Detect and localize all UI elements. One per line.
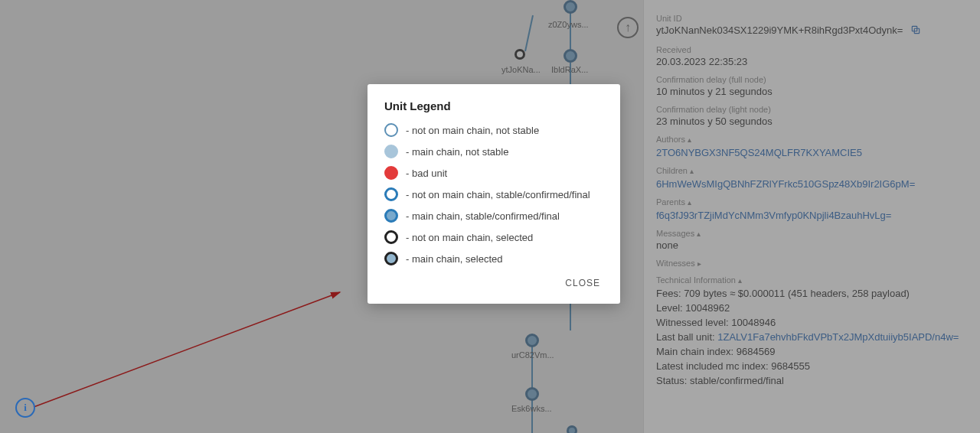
label-unit-id: Unit ID: [656, 14, 968, 23]
modal-title: Unit Legend: [384, 99, 603, 112]
legend-text: - not on main chain, selected: [406, 232, 533, 243]
label-messages[interactable]: Messages: [656, 229, 968, 238]
unit-details-panel: Unit ID ytJoKNanNek034SX1229i9YMK+R8ihRg…: [643, 0, 980, 433]
conf-light-value: 23 minutos y 50 segundos: [656, 116, 968, 127]
legend-row: - main chain, not stable: [384, 145, 603, 158]
legend-row: - bad unit: [384, 166, 603, 180]
node-label: ytJoKNa...: [501, 65, 541, 74]
node-label: IbldRaX...: [551, 65, 588, 74]
unit-legend-modal: Unit Legend - not on main chain, not sta…: [368, 84, 620, 304]
label-tech[interactable]: Technical Information: [656, 275, 968, 285]
author-link[interactable]: 2TO6NYBGX3NF5QS24MQLFR7KXYAMCIE5: [656, 147, 968, 158]
messages-value: none: [656, 239, 968, 251]
conf-full-value: 10 minutos y 21 segundos: [656, 86, 968, 97]
label-children[interactable]: Children: [656, 166, 968, 175]
node-label: z0Z0yws...: [548, 20, 589, 29]
received-value: 20.03.2023 22:35:23: [656, 56, 968, 67]
close-button[interactable]: CLOSE: [562, 273, 603, 293]
label-authors[interactable]: Authors: [656, 135, 968, 144]
legend-row: - not on main chain, not stable: [384, 123, 603, 137]
legend-swatch-icon: [384, 166, 398, 180]
label-received: Received: [656, 45, 968, 54]
legend-swatch-icon: [384, 230, 398, 244]
legend-text: - not on main chain, stable/confirmed/fi…: [406, 189, 590, 200]
svg-line-2: [34, 292, 340, 407]
node-label: urC82Vm...: [511, 350, 554, 360]
scroll-top-button[interactable]: ↑: [617, 17, 639, 38]
arrow-up-icon: ↑: [625, 21, 631, 34]
legend-text: - main chain, not stable: [406, 146, 508, 158]
label-witnesses[interactable]: Witnesses: [656, 259, 968, 268]
node-label: Esk6wks...: [511, 404, 552, 413]
copy-icon[interactable]: [910, 24, 921, 37]
lastball-link[interactable]: 1ZALV1Fa7ehvhbFkdVPbTx2JMpXdtuiiyb5IAPD/…: [717, 331, 959, 343]
legend-swatch-icon: [384, 187, 398, 201]
legend-swatch-icon: [384, 123, 398, 137]
label-parents[interactable]: Parents: [656, 197, 968, 207]
legend-text: - not on main chain, not stable: [406, 125, 539, 136]
legend-swatch-icon: [384, 252, 398, 265]
legend-text: - bad unit: [406, 168, 447, 179]
label-conf-light: Confirmation delay (light node): [656, 105, 968, 114]
legend-text: - main chain, stable/confirmed/final: [406, 210, 560, 222]
label-conf-full: Confirmation delay (full node): [656, 75, 968, 84]
unit-id-value: ytJoKNanNek034SX1229i9YMK+R8ihRgd3Pxt4Od…: [656, 24, 968, 37]
legend-swatch-icon: [384, 145, 398, 158]
legend-swatch-icon: [384, 209, 398, 223]
child-link[interactable]: 6HmWeWsMIgQBNhFZRlYFrkc510GSpz48Xb9Ir2IG…: [656, 178, 968, 190]
legend-row: - main chain, selected: [384, 252, 603, 265]
info-icon[interactable]: i: [15, 398, 35, 418]
legend-text: - main chain, selected: [406, 253, 502, 265]
legend-row: - main chain, stable/confirmed/final: [384, 209, 603, 223]
legend-row: - not on main chain, stable/confirmed/fi…: [384, 187, 603, 201]
parent-link[interactable]: f6q3fJ93rTZjiMdYcNMm3Vmfyp0KNpjli4BzauhH…: [656, 210, 968, 221]
annotation-arrow: [15, 245, 398, 433]
legend-row: - not on main chain, selected: [384, 230, 603, 244]
